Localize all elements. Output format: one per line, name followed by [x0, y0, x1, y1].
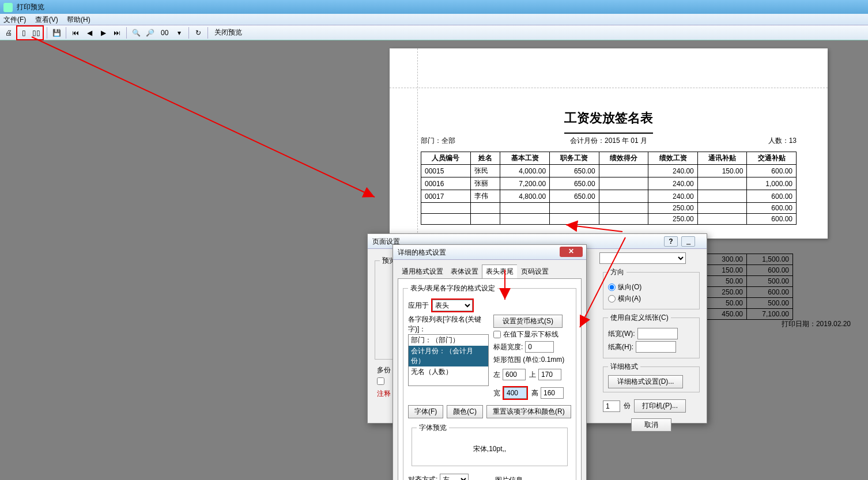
table-header: 姓名	[470, 152, 500, 165]
last-page-icon[interactable]: ⏭	[111, 27, 123, 39]
copies-unit: 份	[624, 401, 631, 411]
table-row: 50.00500.00	[701, 276, 793, 287]
zoom-out-icon[interactable]: 🔎	[144, 27, 156, 39]
paper-height-input[interactable]	[636, 341, 676, 353]
copies-input[interactable]	[603, 400, 620, 412]
table-header: 绩效得分	[599, 152, 648, 165]
align-select[interactable]: 左	[440, 474, 469, 480]
first-page-icon[interactable]: ⏮	[69, 27, 82, 39]
tab-pane: 表头/表尾各字段的格式设定 应用于 表头 各字段列表[字段名(关键字)]： 部门…	[398, 279, 582, 480]
landscape-radio[interactable]	[608, 295, 616, 303]
menu-help[interactable]: 帮助(H)	[67, 16, 90, 24]
close-icon[interactable]: ✕	[560, 247, 583, 257]
prev-page-icon[interactable]: ◀	[83, 27, 96, 39]
title-width-row: 标题宽度:	[493, 341, 571, 353]
paper-height-row: 纸高(H):	[608, 341, 695, 353]
menu-file[interactable]: 文件(F)	[3, 16, 26, 24]
dept-cell: 部门：全部	[421, 136, 546, 146]
table-header: 通讯补贴	[697, 152, 747, 165]
table-row: 250.00600.00	[701, 287, 793, 298]
font-preview-group: 字体预览	[417, 423, 449, 433]
apply-to-row: 应用于 表头	[408, 298, 571, 312]
menu-view[interactable]: 查看(V)	[35, 16, 58, 24]
paper-width-input[interactable]	[637, 328, 678, 339]
table-header: 绩效工资	[648, 152, 698, 165]
tab-general[interactable]: 通用格式设置	[398, 264, 447, 278]
header-footer-legend: 表头/表尾各字段的格式设定	[408, 284, 497, 293]
currency-format-button[interactable]: 设置货币格式(S)	[493, 315, 563, 328]
rect-top-input[interactable]	[538, 369, 561, 380]
color-button[interactable]: 颜色(C)	[447, 405, 483, 418]
table-row: 450.007,100.00	[701, 309, 793, 320]
list-item-dept[interactable]: 部门：（部门）	[409, 335, 488, 346]
detail-dialog-title: 详细的格式设置 ✕	[393, 245, 586, 260]
title-width-input[interactable]	[525, 341, 554, 353]
landscape-radio-row[interactable]: 横向(A)	[608, 294, 695, 304]
refresh-icon[interactable]: ↻	[192, 27, 205, 39]
next-page-icon[interactable]: ▶	[97, 27, 110, 39]
dropdown-icon[interactable]: ▾	[173, 27, 186, 39]
salary-table: 人员编号姓名基本工资职务工资绩效得分绩效工资通讯补贴交通补贴 00015张民4,…	[421, 152, 797, 225]
font-button[interactable]: 字体(F)	[408, 405, 443, 418]
table-row: 50.00500.00	[701, 298, 793, 309]
table-header: 基本工资	[500, 152, 550, 165]
table-row: 250.00600.00	[421, 203, 797, 214]
portrait-radio[interactable]	[608, 284, 616, 291]
salary-table-tail: 300.001,500.00150.00600.0050.00500.00250…	[700, 254, 793, 320]
tab-header-footer[interactable]: 表头表尾	[482, 264, 518, 278]
rect-height-input[interactable]	[541, 387, 564, 399]
apply-to-select[interactable]: 表头	[432, 300, 473, 311]
field-list[interactable]: 部门：（部门） 会计月份：（会计月份） 无名（人数）	[408, 334, 489, 386]
rect-left-input[interactable]	[503, 369, 526, 380]
table-row: 150.00600.00	[701, 265, 793, 276]
paper-select[interactable]	[599, 252, 686, 264]
help-button[interactable]: ?	[664, 236, 678, 247]
underline-checkbox[interactable]	[493, 331, 501, 338]
page-icon[interactable]: ▯	[17, 27, 30, 39]
print-date: 打印日期：2019.02.20	[782, 319, 851, 329]
underline-row[interactable]: 在值下显示下标线	[493, 330, 571, 339]
multi-checkbox[interactable]	[377, 377, 384, 385]
table-row: 00015张民4,000.00650.00240.00150.00600.00	[421, 165, 797, 177]
reset-font-color-button[interactable]: 重置该项字体和颜色(R)	[486, 405, 571, 418]
detail-format-button[interactable]: 详细格式设置(D)...	[608, 375, 683, 388]
print-icon[interactable]: 🖨	[2, 27, 15, 39]
window-title: 打印预览	[17, 3, 44, 11]
table-row: 250.00600.00	[421, 214, 797, 225]
page-preview: 工资发放签名表 部门：全部 会计月份：2015 年 01 月 人数：13 人员编…	[390, 48, 828, 239]
align-row: 对齐方式:左	[408, 474, 478, 480]
list-item-count[interactable]: 无名（人数）	[409, 366, 488, 377]
window-titlebar: 打印预览	[0, 0, 868, 14]
detail-format-dialog: 详细的格式设置 ✕ 通用格式设置 表体设置 表头表尾 页码设置 表头/表尾各字段…	[393, 244, 587, 480]
cancel-button[interactable]: 取消	[631, 418, 671, 432]
minimize-button[interactable]: ⎯	[681, 236, 695, 247]
tab-pagenum[interactable]: 页码设置	[517, 264, 553, 278]
detail-tabs: 通用格式设置 表体设置 表头表尾 页码设置	[398, 264, 582, 279]
detail-group: 详细格式	[608, 362, 640, 372]
table-header: 职务工资	[550, 152, 599, 165]
app-icon	[3, 3, 13, 12]
zoom-in-icon[interactable]: 🔍	[130, 27, 142, 39]
close-preview-button[interactable]: 关闭预览	[211, 28, 246, 37]
table-header: 交通补贴	[747, 152, 797, 165]
period-cell: 会计月份：2015 年 01 月	[546, 136, 671, 146]
font-preview-text: 宋体,10pt,,	[417, 436, 563, 462]
preview-workspace: 工资发放签名表 部门：全部 会计月份：2015 年 01 月 人数：13 人员编…	[0, 40, 868, 480]
image-group: 图片信息	[493, 475, 525, 480]
document-title: 工资发放签名表	[564, 101, 653, 134]
portrait-radio-row[interactable]: 纵向(O)	[608, 282, 695, 292]
table-row: 00017李伟4,800.00650.00240.00600.00	[421, 190, 797, 203]
list-item-period[interactable]: 会计月份：（会计月份）	[409, 346, 488, 366]
rect-range-label: 矩形范围 (单位:0.1mm)	[493, 355, 571, 365]
menubar: 文件(F) 查看(V) 帮助(H)	[0, 14, 868, 25]
count-cell: 人数：13	[671, 136, 797, 146]
custom-paper-group: 使用自定义纸张(C)	[608, 313, 671, 323]
table-header: 人员编号	[421, 152, 471, 165]
zoom-value[interactable]: 00	[157, 29, 172, 37]
printer-button[interactable]: 打印机(P)...	[634, 399, 686, 413]
tab-body[interactable]: 表体设置	[447, 264, 482, 278]
multipage-icon[interactable]: ▯▯	[30, 27, 43, 39]
rect-width-input[interactable]	[504, 387, 527, 399]
field-list-label: 各字段列表[字段名(关键字)]：	[408, 315, 489, 334]
save-icon[interactable]: 💾	[50, 27, 63, 39]
